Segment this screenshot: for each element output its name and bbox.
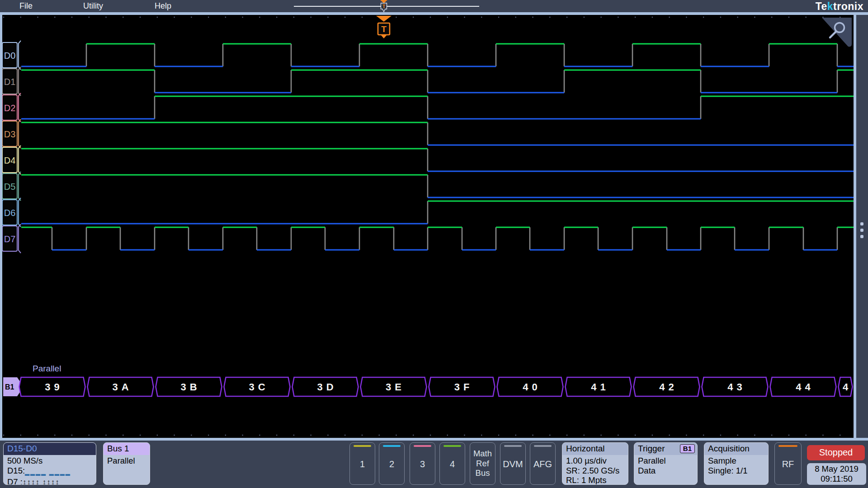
- menu-bar: File Utility Help T Tektronix: [0, 0, 868, 12]
- side-panel-drag-handle[interactable]: [860, 222, 863, 238]
- channel-color-bar: [354, 445, 371, 447]
- bus-value-cell: 42: [634, 377, 700, 396]
- time: 09:11:50: [807, 474, 866, 484]
- trigger-badge[interactable]: B1Trigger Parallel Data: [634, 442, 698, 485]
- oscilloscope-screen: File Utility Help T Tektronix D0D1D2D3D4…: [0, 0, 868, 488]
- bus-value-cell: 3D: [292, 377, 359, 396]
- d15-activity-icon: ▂▂▂▂ ▂▂▂▂: [25, 469, 71, 476]
- svg-text:4: 4: [843, 381, 852, 393]
- channel-1-button[interactable]: 1: [349, 442, 375, 485]
- afg-color-bar: [534, 445, 552, 447]
- bus-value-cell: 4: [839, 377, 853, 396]
- digital-sample-rate: 500 MS/s: [7, 456, 96, 466]
- menu-file[interactable]: File: [19, 1, 33, 11]
- bus-value-cell: 44: [770, 377, 836, 396]
- afg-button[interactable]: AFG: [530, 442, 556, 485]
- svg-text:3B: 3B: [180, 381, 200, 393]
- svg-text:D0: D0: [4, 51, 16, 61]
- svg-text:T: T: [382, 4, 386, 9]
- bus-value-cell: 3F: [429, 377, 495, 396]
- svg-text:3A: 3A: [112, 381, 132, 393]
- svg-text:40: 40: [523, 381, 541, 393]
- d7-activity-icon: ↕↕↕↕ ↕↕↕↕: [23, 478, 60, 485]
- digital-channels-header: D15-D0: [4, 443, 96, 455]
- bus-value-cell: 3A: [88, 377, 154, 396]
- bus1-header: Bus 1: [104, 443, 150, 455]
- digital-channels-badge[interactable]: D15-D0 500 MS/s D15:▂▂▂▂ ▂▂▂▂ D7 :↕↕↕↕ ↕…: [3, 442, 96, 485]
- dvm-button[interactable]: DVM: [500, 442, 526, 485]
- acquisition-count: Single: 1/1: [708, 466, 768, 476]
- svg-text:D3: D3: [4, 129, 16, 139]
- bus-value-cell: 3C: [224, 377, 290, 396]
- tektronix-logo: Tektronix: [816, 0, 863, 13]
- svg-text:D1: D1: [4, 77, 16, 87]
- svg-text:3C: 3C: [249, 381, 269, 393]
- waveform-display: D0D1D2D3D4D5D6D7ParallelB1393A3B3C3D3E3F…: [0, 12, 868, 441]
- bus-value-cell: 40: [497, 377, 563, 396]
- channel-2-button[interactable]: 2: [379, 442, 405, 485]
- horizontal-scale: 1.00 µs/div: [566, 456, 628, 466]
- svg-text:43: 43: [727, 381, 745, 393]
- rf-button[interactable]: RF: [774, 442, 802, 485]
- channel-color-bar: [383, 445, 401, 447]
- svg-text:T: T: [381, 24, 387, 34]
- menu-help[interactable]: Help: [155, 1, 171, 11]
- horizontal-badge[interactable]: Horizontal 1.00 µs/div SR: 2.50 GS/s RL:…: [562, 442, 628, 485]
- acquisition-badge[interactable]: Acquisition Sample Single: 1/1: [704, 442, 769, 485]
- datetime-badge: 8 May 2019 09:11:50: [807, 463, 866, 485]
- dvm-color-bar: [504, 445, 522, 447]
- date: 8 May 2019: [807, 464, 866, 474]
- trigger-source-chip: B1: [680, 444, 695, 453]
- channel-color-bar: [414, 445, 431, 447]
- svg-text:B1: B1: [5, 383, 14, 391]
- trigger-position-marker-icon[interactable]: T: [379, 0, 388, 12]
- svg-text:41: 41: [591, 381, 609, 393]
- bus-type-label: Parallel: [33, 364, 61, 373]
- svg-text:D7: D7: [4, 234, 16, 244]
- bus-value-cell: 43: [702, 377, 768, 396]
- channel-color-bar: [443, 445, 461, 447]
- run-status-badge[interactable]: Stopped: [807, 445, 865, 460]
- bus-value-cell: 41: [566, 377, 632, 396]
- rf-color-bar: [778, 445, 797, 447]
- status-bar: D15-D0 500 MS/s D15:▂▂▂▂ ▂▂▂▂ D7 :↕↕↕↕ ↕…: [0, 441, 868, 488]
- trigger-type: Parallel: [638, 456, 697, 466]
- svg-text:42: 42: [659, 381, 677, 393]
- bus-value-cell: 3B: [156, 377, 222, 396]
- d15-row: D15:▂▂▂▂ ▂▂▂▂: [7, 466, 96, 478]
- svg-text:D4: D4: [4, 155, 16, 165]
- svg-text:3F: 3F: [454, 381, 473, 393]
- d7-row: D7 :↕↕↕↕ ↕↕↕↕: [7, 477, 96, 485]
- bus1-badge[interactable]: Bus 1 Parallel: [103, 442, 150, 485]
- svg-text:44: 44: [796, 381, 814, 393]
- channel-4-button[interactable]: 4: [439, 442, 465, 485]
- trigger-mode: Data: [638, 466, 697, 476]
- svg-text:3E: 3E: [386, 381, 405, 393]
- svg-text:D6: D6: [4, 208, 16, 218]
- svg-text:3D: 3D: [317, 381, 337, 393]
- svg-text:39: 39: [45, 381, 63, 393]
- math-ref-bus-button[interactable]: Math Ref Bus: [470, 442, 495, 485]
- svg-text:D5: D5: [4, 182, 16, 192]
- bus-value-cell: 39: [19, 377, 85, 396]
- acquisition-mode: Sample: [708, 456, 768, 466]
- svg-text:D2: D2: [4, 103, 16, 113]
- channel-3-button[interactable]: 3: [410, 442, 435, 485]
- menu-utility[interactable]: Utility: [83, 1, 103, 11]
- bus-value-cell: 3E: [361, 377, 427, 396]
- sample-rate: SR: 2.50 GS/s: [566, 466, 628, 476]
- record-length: RL: 1 Mpts: [566, 475, 628, 485]
- bus1-type: Parallel: [107, 456, 150, 466]
